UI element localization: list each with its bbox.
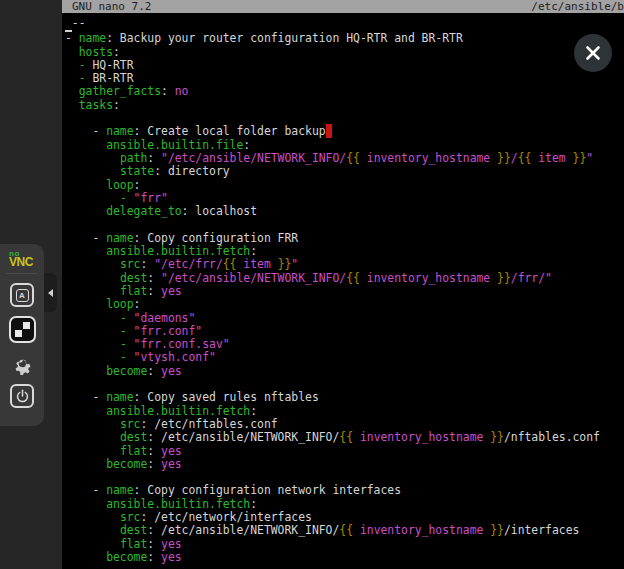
code-line: - "daemons" xyxy=(65,312,624,325)
gear-icon xyxy=(11,352,34,375)
code-line: src: /etc/nftables.conf xyxy=(65,418,624,431)
code-line: - "vtysh.conf" xyxy=(65,351,624,364)
code-line xyxy=(65,378,624,391)
code-line: - name: Copy configuration FRR xyxy=(65,232,624,245)
close-button[interactable] xyxy=(574,34,612,72)
code-line: become: yes xyxy=(65,551,624,564)
nano-titlebar: GNU nano 7.2 /etc/ansible/b xyxy=(62,0,624,13)
code-line: - name: Copy saved rules nftables xyxy=(65,391,624,404)
code-line: ansible.builtin.fetch: xyxy=(65,245,624,258)
code-line: dest: "/etc/ansible/NETWORK_INFO/{{ inve… xyxy=(65,272,624,285)
code-line: loop: xyxy=(65,179,624,192)
code-line: - "frr" xyxy=(65,192,624,205)
panel-collapse-handle[interactable] xyxy=(44,273,57,312)
terminal-window[interactable]: GNU nano 7.2 /etc/ansible/b ---- name: B… xyxy=(62,0,624,569)
code-line: src: "/etc/frr/{{ item }}" xyxy=(65,258,624,271)
code-line xyxy=(65,218,624,231)
collapse-left-arrow-icon xyxy=(48,289,53,297)
code-line: src: /etc/network/interfaces xyxy=(65,511,624,524)
novnc-logo: no VNC xyxy=(9,250,35,268)
close-icon xyxy=(585,45,601,61)
code-line: dest: /etc/ansible/NETWORK_INFO/{{ inven… xyxy=(65,431,624,444)
power-button[interactable] xyxy=(10,384,34,408)
code-line: --- xyxy=(65,17,624,32)
code-line: become: yes xyxy=(65,365,624,378)
code-line: - HQ-RTR xyxy=(65,59,624,72)
code-line: ansible.builtin.fetch: xyxy=(65,405,624,418)
code-line: - name: Backup your router configuration… xyxy=(65,32,624,45)
code-line: dest: /etc/ansible/NETWORK_INFO/{{ inven… xyxy=(65,524,624,537)
code-line: tasks: xyxy=(65,99,624,112)
nano-edit-area[interactable]: ---- name: Backup your router configurat… xyxy=(62,13,624,564)
nano-file-path: /etc/ansible/b xyxy=(531,0,624,13)
code-line: state: directory xyxy=(65,165,624,178)
nano-app-title: GNU nano 7.2 xyxy=(72,0,151,13)
code-line: gather_facts: no xyxy=(65,85,624,98)
code-line: flat: yes xyxy=(65,538,624,551)
extra-keys-button[interactable]: A xyxy=(10,283,34,307)
code-line: flat: yes xyxy=(65,445,624,458)
code-line: - BR-RTR xyxy=(65,72,624,85)
code-line: loop: xyxy=(65,298,624,311)
keyboard-key-a-icon: A xyxy=(10,283,34,307)
panel-divider xyxy=(6,273,38,274)
code-line: become: yes xyxy=(65,458,624,471)
vnc-viewer-screen: GNU nano 7.2 /etc/ansible/b ---- name: B… xyxy=(0,0,624,569)
code-line: - name: Create local folder backup xyxy=(65,125,624,138)
code-line: flat: yes xyxy=(65,285,624,298)
code-line: delegate_to: localhost xyxy=(65,205,624,218)
code-line xyxy=(65,471,624,484)
code-line: - "frr.conf.sav" xyxy=(65,338,624,351)
novnc-control-panel: no VNC A xyxy=(0,244,44,426)
fullscreen-button[interactable] xyxy=(9,316,36,343)
novnc-logo-bottom: VNC xyxy=(9,257,35,268)
code-line: - "frr.conf" xyxy=(65,325,624,338)
code-line xyxy=(65,112,624,125)
code-line: ansible.builtin.fetch: xyxy=(65,498,624,511)
code-line: path: "/etc/ansible/NETWORK_INFO/{{ inve… xyxy=(65,152,624,165)
power-icon xyxy=(10,384,34,408)
code-line: - name: Copy configuration network inter… xyxy=(65,484,624,497)
fullscreen-expand-icon xyxy=(9,316,36,343)
code-line: ansible.builtin.file: xyxy=(65,139,624,152)
code-line: hosts: xyxy=(65,46,624,59)
settings-button[interactable] xyxy=(11,352,34,375)
